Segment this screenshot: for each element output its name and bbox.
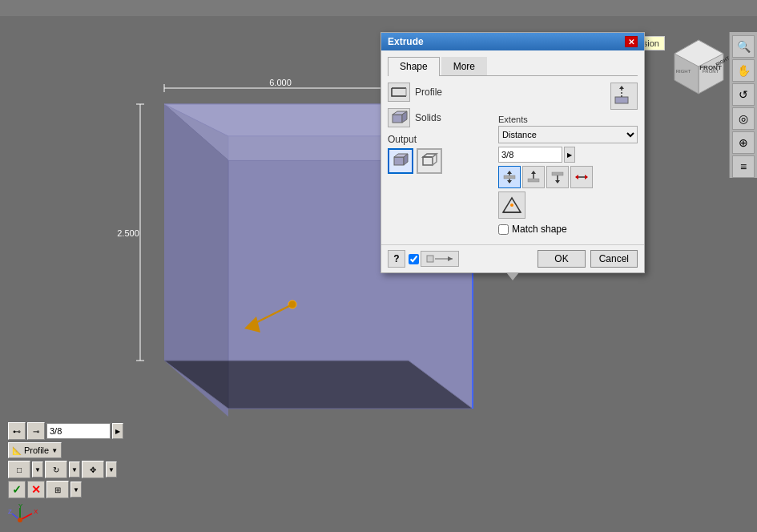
dialog-tabs: Shape More bbox=[388, 57, 638, 76]
axes-indicator: Z X Y bbox=[8, 504, 56, 524]
confirm-row: ✓ ✕ ⊞ ▼ bbox=[8, 481, 123, 498]
stamp-btn[interactable] bbox=[421, 251, 459, 267]
match-shape-checkbox[interactable] bbox=[498, 224, 509, 235]
solids-section-label: Solids bbox=[415, 112, 441, 123]
tools-row1: □ ▼ ↻ ▼ ✥ ▼ bbox=[8, 461, 123, 478]
input-icon-btn[interactable]: ⊷ bbox=[8, 422, 26, 440]
svg-text:Y: Y bbox=[18, 504, 23, 510]
svg-text:X: X bbox=[34, 508, 38, 515]
menu-btn[interactable]: ≡ bbox=[732, 155, 755, 178]
svg-text:RIGHT: RIGHT bbox=[676, 69, 691, 74]
rotate-tool-btn[interactable]: ↻ bbox=[45, 461, 67, 478]
solids-icon-btn[interactable] bbox=[388, 108, 410, 127]
rotate-dropdown-btn[interactable]: ▼ bbox=[69, 461, 80, 478]
status-checkbox[interactable] bbox=[409, 254, 419, 264]
tab-shape[interactable]: Shape bbox=[388, 57, 440, 76]
direction-icon-container bbox=[498, 83, 638, 110]
svg-marker-53 bbox=[555, 180, 560, 183]
svg-rect-41 bbox=[615, 97, 628, 103]
pan-btn[interactable]: ✋ bbox=[732, 59, 755, 82]
extrude-dialog: Extrude ✕ Shape More bbox=[381, 32, 645, 273]
svg-text:6.000: 6.000 bbox=[269, 78, 292, 87]
profile-button[interactable]: 📐 Profile ▼ bbox=[8, 442, 62, 458]
dialog-bottom-left: ? bbox=[388, 250, 459, 268]
value-arrow-btn[interactable]: ▶ bbox=[564, 147, 575, 163]
bottom-toolbar: ⊷ ⊸ ▶ 📐 Profile ▼ □ ▼ ↻ ▼ ✥ ▼ ✓ ✕ ⊞ ▼ bbox=[8, 422, 123, 524]
home-btn[interactable]: ⊕ bbox=[732, 131, 755, 154]
distance-select[interactable]: Distance To From-To All Between bbox=[498, 126, 638, 143]
input-icon2-btn[interactable]: ⊸ bbox=[27, 422, 45, 440]
svg-marker-62 bbox=[448, 256, 453, 261]
match-shape-row: Match shape bbox=[498, 224, 638, 235]
svg-rect-39 bbox=[423, 157, 433, 165]
svg-rect-50 bbox=[528, 179, 539, 182]
value-input[interactable] bbox=[46, 423, 111, 439]
view-cube[interactable]: FRONT RIGHT FRONT RIGHT bbox=[669, 36, 725, 100]
help-button[interactable]: ? bbox=[388, 250, 405, 268]
tab-more[interactable]: More bbox=[441, 57, 487, 75]
viewport: 6.000 2.500 t a feature or dimension FRO… bbox=[0, 16, 757, 532]
look-btn[interactable]: ◎ bbox=[732, 107, 755, 130]
svg-rect-51 bbox=[552, 172, 563, 175]
move-dropdown-btn[interactable]: ▼ bbox=[106, 461, 117, 478]
svg-marker-55 bbox=[575, 175, 578, 179]
direction-buttons-row bbox=[498, 166, 638, 188]
box-tool-btn[interactable]: □ bbox=[8, 461, 30, 478]
dir-both-btn[interactable] bbox=[498, 166, 521, 188]
dialog-titlebar: Extrude ✕ bbox=[381, 33, 644, 50]
right-panel: Extents Distance To From-To All Between … bbox=[498, 83, 638, 235]
right-toolbar: 🔍 ✋ ↺ ◎ ⊕ ≡ bbox=[729, 32, 757, 178]
profile-icon-btn[interactable] bbox=[388, 83, 410, 102]
svg-text:Z: Z bbox=[8, 508, 12, 515]
extents-label: Extents bbox=[498, 115, 638, 124]
svg-rect-35 bbox=[394, 157, 404, 165]
value-row: ▶ bbox=[498, 147, 638, 163]
orbit-btn[interactable]: ↺ bbox=[732, 83, 755, 106]
dialog-arrow bbox=[506, 272, 519, 280]
svg-rect-60 bbox=[427, 256, 433, 262]
taper-btn[interactable] bbox=[498, 191, 525, 219]
svg-marker-45 bbox=[507, 171, 512, 174]
special-icon-container bbox=[498, 191, 638, 219]
svg-text:2.500: 2.500 bbox=[117, 228, 139, 238]
ok-button[interactable]: OK bbox=[538, 250, 585, 268]
solids-section: Solids bbox=[388, 108, 492, 127]
dialog-bottom: ? OK Cancel bbox=[381, 244, 644, 272]
dir-flip-btn[interactable] bbox=[570, 166, 593, 188]
dialog-tab-content: Profile Solids bbox=[388, 83, 638, 235]
dialog-close-btn[interactable]: ✕ bbox=[625, 36, 638, 47]
dialog-title: Extrude bbox=[388, 36, 424, 47]
svg-point-28 bbox=[18, 518, 22, 522]
input-row: ⊷ ⊸ ▶ bbox=[8, 422, 123, 440]
dialog-action-buttons: OK Cancel bbox=[538, 250, 638, 268]
extrude-direction-btn[interactable] bbox=[610, 83, 638, 110]
cancel-btn[interactable]: ✕ bbox=[27, 481, 45, 498]
box-dropdown-btn[interactable]: ▼ bbox=[32, 461, 43, 478]
extrude-value-input[interactable] bbox=[498, 147, 562, 163]
dialog-body: Shape More bbox=[381, 50, 644, 241]
extra-tool-btn[interactable]: ⊞ bbox=[46, 481, 69, 498]
output-label: Output bbox=[388, 134, 492, 145]
close-icon: ✕ bbox=[628, 38, 634, 46]
input-dropdown-btn[interactable]: ▶ bbox=[112, 423, 123, 439]
left-panel: Profile Solids bbox=[388, 83, 492, 235]
move-tool-btn[interactable]: ✥ bbox=[82, 461, 104, 478]
svg-marker-46 bbox=[507, 180, 512, 183]
zoom-btn[interactable]: 🔍 bbox=[732, 35, 755, 58]
profile-dropdown-icon: ▼ bbox=[51, 447, 58, 454]
svg-marker-43 bbox=[619, 86, 624, 89]
extra-dropdown-btn[interactable]: ▼ bbox=[70, 482, 82, 498]
match-shape-label: Match shape bbox=[512, 224, 567, 235]
svg-point-59 bbox=[510, 204, 513, 207]
confirm-btn[interactable]: ✓ bbox=[8, 481, 26, 498]
output-buttons bbox=[388, 148, 492, 174]
output-solid-btn[interactable] bbox=[388, 148, 413, 174]
dir-down-btn[interactable] bbox=[546, 166, 569, 188]
profile-section-label: Profile bbox=[415, 87, 442, 98]
dir-up-btn[interactable] bbox=[522, 166, 545, 188]
status-row bbox=[409, 251, 459, 267]
svg-marker-56 bbox=[585, 175, 588, 179]
output-surface-btn[interactable] bbox=[417, 148, 442, 174]
cancel-button[interactable]: Cancel bbox=[590, 250, 638, 268]
output-section: Output bbox=[388, 134, 492, 174]
